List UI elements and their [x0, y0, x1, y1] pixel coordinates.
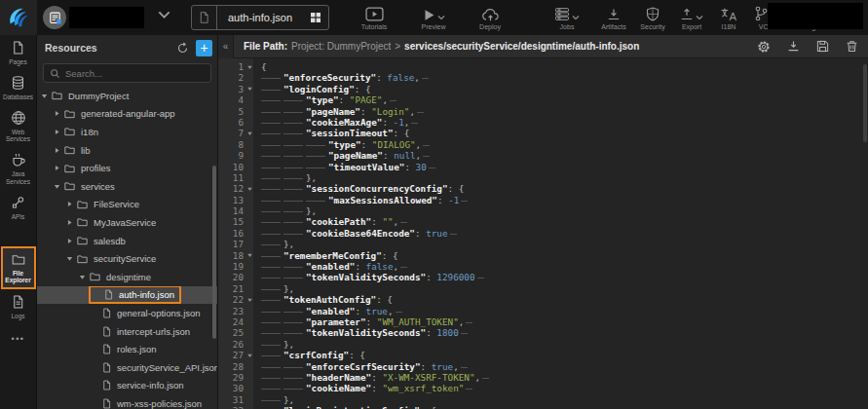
- tree-item-label: designtime: [106, 272, 151, 282]
- topbar-artifacts-button[interactable]: Artifacts: [594, 0, 633, 35]
- save-icon[interactable]: [816, 40, 829, 53]
- tree-row-myjavaservice[interactable]: MyJavaService: [37, 213, 217, 232]
- project-doc-icon: [48, 11, 62, 25]
- editor-actions: [757, 40, 858, 54]
- rail-item-file-explorer[interactable]: File Explorer: [1, 246, 36, 290]
- tree-row-lib[interactable]: lib: [37, 141, 217, 160]
- file-icon: [101, 361, 112, 374]
- svg-text:A: A: [729, 11, 736, 21]
- arrow-collapsed-icon[interactable]: [66, 238, 76, 244]
- code-editor[interactable]: 1{2"enforceSecurity": false,3"loginConfi…: [218, 58, 868, 409]
- arrow-collapsed-icon[interactable]: [54, 110, 63, 117]
- fold-arrow-icon[interactable]: [246, 64, 253, 70]
- open-file-tab[interactable]: auth-info.json: [191, 5, 329, 30]
- fold-arrow-icon[interactable]: [246, 297, 253, 303]
- line-number: 17: [218, 239, 253, 249]
- collapse-panel-button[interactable]: «: [218, 35, 234, 58]
- line-number: 29: [218, 372, 253, 383]
- tree-row-dummyproject[interactable]: DummyProject: [37, 87, 217, 105]
- topbar-deploy-button[interactable]: Deploy: [462, 0, 518, 35]
- play-icon: [423, 9, 435, 21]
- code-line: 8"type": "DIALOG",: [218, 139, 868, 150]
- download-icon[interactable]: [787, 40, 800, 53]
- folder-icon: [11, 252, 26, 267]
- arrow-expanded-icon[interactable]: [41, 93, 51, 99]
- topbar-tutorials-button[interactable]: Tutorials: [343, 0, 405, 35]
- tree-row-auth-info-json[interactable]: auth-info.json: [37, 286, 217, 305]
- tree-item-label: FileService: [94, 199, 139, 209]
- topbar-item-label: Export: [682, 23, 701, 30]
- tree-row-generated-angular-app[interactable]: generated-angular-app: [37, 105, 217, 124]
- code-line: 7"sessionTimeout": {: [218, 128, 868, 138]
- arrow-collapsed-icon[interactable]: [54, 147, 63, 154]
- grid-icon[interactable]: [303, 6, 328, 29]
- rail-item-logs[interactable]: Logs: [0, 289, 37, 324]
- code-line: 15"cookiePath": "",: [218, 216, 868, 227]
- tree-row-designtime[interactable]: designtime: [37, 268, 217, 286]
- tree-row-intercept-urls-json[interactable]: intercept-urls.json: [37, 322, 217, 341]
- rail-item-java-services[interactable]: Java Services: [0, 147, 37, 190]
- tree-row-roles-json[interactable]: roles.json: [37, 340, 217, 358]
- line-number: 5: [218, 106, 253, 117]
- project-avatar[interactable]: [43, 6, 66, 29]
- arrow-collapsed-icon[interactable]: [66, 219, 76, 226]
- tree-row-securityservice-api-json[interactable]: securityService_API.json: [37, 358, 217, 377]
- tree-row-service-info-json[interactable]: service-info.json: [37, 377, 217, 395]
- arrow-expanded-icon[interactable]: [54, 183, 63, 190]
- line-number: 25: [218, 327, 253, 338]
- tree-row-services[interactable]: services: [37, 177, 217, 196]
- topbar-item-label: I18N: [722, 23, 736, 30]
- project-chevron-down-icon[interactable]: [158, 11, 170, 19]
- tree-row-profiles[interactable]: profiles: [37, 159, 217, 177]
- arrow-expanded-icon[interactable]: [66, 255, 76, 262]
- code-line: 18"rememberMeConfig": {: [218, 250, 868, 261]
- line-number: 1: [218, 61, 253, 72]
- topbar-export-button[interactable]: Export: [672, 0, 711, 35]
- topbar-preview-button[interactable]: Preview: [405, 0, 462, 35]
- line-number: 32: [218, 405, 253, 409]
- fold-arrow-icon[interactable]: [246, 252, 253, 258]
- code-line: 16"cookieBase64Encode": true: [218, 228, 868, 239]
- folder-icon: [76, 216, 89, 228]
- chevron-down-icon: [437, 15, 445, 20]
- logs-icon: [11, 294, 25, 310]
- rail-item-databases[interactable]: Databases: [0, 70, 37, 105]
- tree-scrollbar[interactable]: [212, 166, 216, 339]
- resource-search-input[interactable]: Search...: [43, 63, 211, 83]
- folder-icon: [63, 163, 76, 174]
- arrow-collapsed-icon[interactable]: [66, 201, 76, 207]
- code-line: 25"tokenValiditySeconds": 1800: [218, 327, 868, 338]
- redacted-region: [768, 3, 863, 29]
- tree-row-salesdb[interactable]: salesdb: [37, 232, 217, 250]
- settings-icon[interactable]: [757, 40, 771, 54]
- fold-arrow-icon[interactable]: [246, 353, 253, 358]
- refresh-icon[interactable]: [176, 42, 189, 55]
- tree-item-label: general-options.json: [117, 308, 201, 318]
- rail-item-apis[interactable]: APIs: [0, 190, 37, 225]
- fold-arrow-icon[interactable]: [246, 86, 253, 92]
- topbar-security-button[interactable]: Security: [633, 0, 672, 35]
- resources-title: Resources: [45, 42, 176, 54]
- line-number: 16: [218, 228, 253, 239]
- topbar-i18n-button[interactable]: AI18N: [711, 0, 746, 35]
- topbar-jobs-button[interactable]: Jobs: [540, 0, 594, 35]
- line-number: 9: [218, 150, 253, 161]
- fold-arrow-icon[interactable]: [246, 186, 253, 192]
- fold-arrow-icon[interactable]: [246, 130, 253, 136]
- editor-scrollbar[interactable]: [863, 64, 867, 142]
- translate-icon: A: [720, 7, 738, 21]
- app-logo[interactable]: [0, 0, 37, 35]
- tree-row-i18n[interactable]: i18n: [37, 123, 217, 141]
- rail-more-button[interactable]: •••: [12, 334, 25, 344]
- arrow-collapsed-icon[interactable]: [54, 129, 63, 135]
- rail-item-web-services[interactable]: Web Services: [0, 105, 37, 148]
- tree-row-wm-xss-policies-json[interactable]: wm-xss-policies.json: [37, 394, 217, 409]
- add-resource-button[interactable]: +: [196, 40, 212, 56]
- rail-item-pages[interactable]: Pages: [0, 35, 37, 70]
- tree-row-general-options-json[interactable]: general-options.json: [37, 304, 217, 322]
- delete-icon[interactable]: [846, 40, 858, 53]
- tree-row-securityservice[interactable]: securityService: [37, 249, 217, 268]
- arrow-collapsed-icon[interactable]: [54, 165, 63, 171]
- tree-row-fileservice[interactable]: FileService: [37, 196, 217, 214]
- arrow-expanded-icon[interactable]: [79, 274, 89, 280]
